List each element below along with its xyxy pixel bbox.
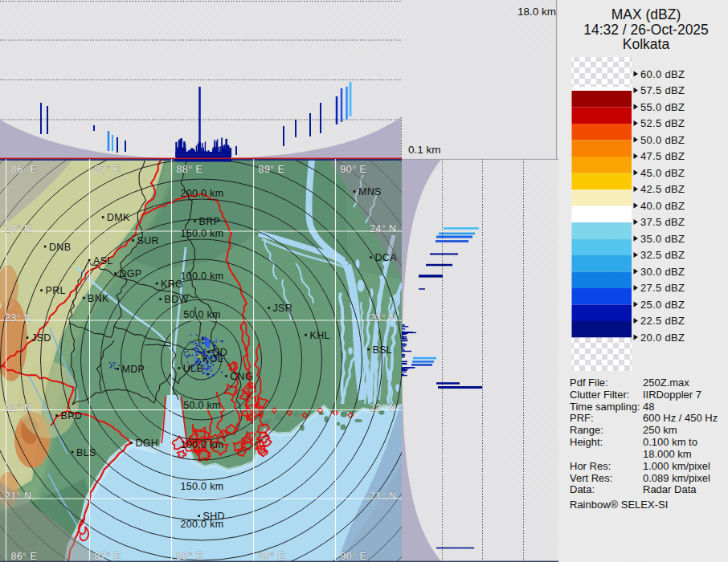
svg-text:ASL: ASL bbox=[93, 255, 113, 267]
svg-text:ULB: ULB bbox=[183, 363, 203, 374]
svg-text:45.0 dBZ: 45.0 dBZ bbox=[640, 167, 685, 179]
svg-text:PRL: PRL bbox=[46, 285, 66, 296]
svg-text:KHL: KHL bbox=[310, 330, 330, 341]
svg-text:Data:: Data: bbox=[570, 483, 595, 495]
svg-text:87° E: 87° E bbox=[95, 551, 121, 562]
svg-text:21° N: 21° N bbox=[370, 491, 396, 502]
svg-text:55.0 dBZ: 55.0 dBZ bbox=[640, 101, 685, 113]
svg-text:Pdf File:: Pdf File: bbox=[570, 377, 608, 389]
svg-text:Kolkata: Kolkata bbox=[623, 36, 670, 52]
svg-text:BPD: BPD bbox=[61, 410, 83, 422]
svg-text:21° N: 21° N bbox=[5, 491, 31, 502]
svg-text:Time sampling:: Time sampling: bbox=[570, 401, 640, 413]
svg-text:PRF:: PRF: bbox=[570, 412, 594, 424]
svg-text:MDP: MDP bbox=[122, 364, 145, 375]
svg-text:Rainbow® SELEX-SI: Rainbow® SELEX-SI bbox=[570, 499, 668, 511]
svg-text:20.0 dBZ: 20.0 dBZ bbox=[640, 332, 685, 344]
svg-text:0.089 km/pixel: 0.089 km/pixel bbox=[643, 472, 710, 484]
svg-text:86° E: 86° E bbox=[11, 164, 38, 175]
svg-text:27.5 dBZ: 27.5 dBZ bbox=[640, 282, 685, 294]
svg-text:MAX (dBZ): MAX (dBZ) bbox=[611, 6, 681, 22]
svg-text:1.000 km/pixel: 1.000 km/pixel bbox=[643, 460, 710, 472]
svg-text:47.5 dBZ: 47.5 dBZ bbox=[640, 150, 685, 162]
svg-text:MNS: MNS bbox=[358, 186, 382, 198]
svg-text:32.5 dBZ: 32.5 dBZ bbox=[640, 249, 685, 261]
svg-text:86° E: 86° E bbox=[11, 551, 38, 562]
svg-text:48: 48 bbox=[643, 401, 654, 413]
svg-text:250 km: 250 km bbox=[643, 424, 677, 436]
svg-text:90° E: 90° E bbox=[341, 551, 367, 562]
svg-text:DGP: DGP bbox=[120, 268, 142, 279]
svg-text:50.0 km: 50.0 km bbox=[183, 309, 221, 320]
svg-text:DMK: DMK bbox=[107, 212, 130, 223]
svg-text:50.0 km: 50.0 km bbox=[183, 400, 221, 411]
svg-text:87° E: 87° E bbox=[95, 164, 121, 175]
svg-text:60.0 dBZ: 60.0 dBZ bbox=[640, 68, 685, 80]
svg-text:DCA: DCA bbox=[375, 252, 398, 263]
svg-text:14:32 / 26-Oct-2025: 14:32 / 26-Oct-2025 bbox=[583, 22, 709, 38]
svg-text:BDW: BDW bbox=[165, 294, 189, 305]
svg-text:35.0 dBZ: 35.0 dBZ bbox=[640, 233, 685, 245]
svg-text:22.5 dBZ: 22.5 dBZ bbox=[640, 315, 685, 327]
svg-text:89° E: 89° E bbox=[259, 551, 285, 562]
svg-text:BSL: BSL bbox=[373, 344, 393, 356]
svg-text:52.5 dBZ: 52.5 dBZ bbox=[640, 117, 685, 129]
svg-text:37.5 dBZ: 37.5 dBZ bbox=[640, 216, 685, 228]
svg-text:Height:: Height: bbox=[570, 436, 603, 448]
svg-text:CNG: CNG bbox=[230, 371, 253, 382]
svg-text:40.0 dBZ: 40.0 dBZ bbox=[640, 200, 685, 212]
svg-text:600 Hz / 450 Hz: 600 Hz / 450 Hz bbox=[643, 412, 718, 424]
svg-text:Range:: Range: bbox=[570, 424, 603, 436]
svg-text:Vert Res:: Vert Res: bbox=[570, 472, 612, 484]
svg-text:22° N: 22° N bbox=[370, 402, 396, 413]
svg-text:18.000 km: 18.000 km bbox=[643, 448, 692, 460]
svg-text:150.0 km: 150.0 km bbox=[181, 481, 224, 492]
svg-text:57.5 dBZ: 57.5 dBZ bbox=[640, 84, 685, 96]
svg-text:22° N: 22° N bbox=[5, 402, 31, 413]
svg-text:0.1 km: 0.1 km bbox=[408, 144, 441, 156]
svg-text:SHD: SHD bbox=[203, 511, 225, 522]
svg-text:BLS: BLS bbox=[76, 447, 96, 458]
svg-text:Hor Res:: Hor Res: bbox=[570, 460, 611, 472]
svg-text:100.0 km: 100.0 km bbox=[181, 439, 224, 450]
svg-text:25.0 dBZ: 25.0 dBZ bbox=[640, 299, 685, 311]
svg-text:KRG: KRG bbox=[161, 279, 183, 290]
svg-text:24° N: 24° N bbox=[5, 223, 31, 234]
svg-text:23° N: 23° N bbox=[5, 312, 31, 324]
svg-text:0.100 km to: 0.100 km to bbox=[643, 436, 697, 448]
svg-text:50.0 dBZ: 50.0 dBZ bbox=[640, 134, 685, 146]
svg-text:KOL: KOL bbox=[202, 353, 223, 364]
svg-text:Clutter Filter:: Clutter Filter: bbox=[570, 389, 629, 401]
svg-text:88° E: 88° E bbox=[177, 551, 203, 562]
svg-text:100.0 km: 100.0 km bbox=[181, 271, 224, 282]
svg-text:JSD: JSD bbox=[31, 332, 51, 344]
svg-text:24° N: 24° N bbox=[370, 223, 396, 234]
svg-text:BRP: BRP bbox=[199, 216, 221, 227]
svg-text:JSR: JSR bbox=[273, 303, 293, 314]
svg-text:23° N: 23° N bbox=[370, 312, 396, 324]
svg-text:200.0 km: 200.0 km bbox=[181, 188, 224, 199]
svg-text:89° E: 89° E bbox=[259, 164, 285, 175]
svg-text:BNK: BNK bbox=[88, 293, 109, 304]
svg-text:250Z.max: 250Z.max bbox=[643, 377, 689, 389]
svg-text:90° E: 90° E bbox=[341, 164, 367, 175]
svg-text:18.0 km: 18.0 km bbox=[517, 6, 556, 18]
svg-text:42.5 dBZ: 42.5 dBZ bbox=[640, 183, 685, 195]
svg-text:SUR: SUR bbox=[137, 235, 159, 246]
svg-text:DGH: DGH bbox=[136, 438, 159, 449]
svg-text:IIRDoppler 7: IIRDoppler 7 bbox=[643, 389, 701, 401]
svg-text:150.0 km: 150.0 km bbox=[181, 228, 224, 239]
svg-text:30.0 dBZ: 30.0 dBZ bbox=[640, 266, 685, 278]
svg-text:88° E: 88° E bbox=[177, 164, 203, 175]
svg-text:DNB: DNB bbox=[49, 242, 71, 253]
svg-text:Radar Data: Radar Data bbox=[643, 483, 697, 495]
